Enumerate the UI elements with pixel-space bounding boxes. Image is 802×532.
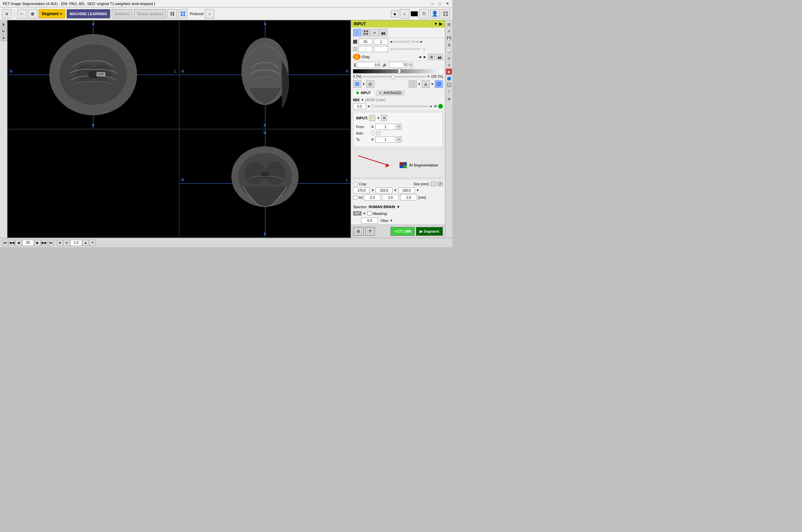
crop-int-2[interactable]	[382, 194, 399, 201]
masking-value-input[interactable]	[361, 217, 378, 224]
dropdown-small-1[interactable]: ▼	[362, 82, 365, 86]
crop-x-dropdown[interactable]: ▼	[371, 189, 374, 192]
tab-averaged[interactable]: AVERAGED	[376, 90, 405, 96]
slice-input-3[interactable]	[359, 46, 373, 52]
circle-icon[interactable]: ●	[391, 10, 399, 18]
viewport-pane-1[interactable]: A R L P EMP	[7, 20, 179, 129]
crop-y-dropdown[interactable]: ▼	[394, 189, 397, 192]
right-icon-6[interactable]: ⊕	[446, 55, 452, 61]
snapshot-view-btn[interactable]: 📷	[379, 29, 387, 36]
crop-y-input[interactable]	[376, 187, 393, 193]
color-snapshot-btn[interactable]: 📷	[436, 54, 443, 60]
settings-btn[interactable]: ⚙	[353, 227, 364, 236]
secondary-slider-track[interactable]	[393, 49, 420, 50]
right-icon-10[interactable]: ✓	[446, 82, 452, 88]
back-button[interactable]: ←	[17, 9, 26, 19]
crop-int-checkbox[interactable]	[353, 195, 358, 200]
nav-next-btn[interactable]: ▶	[35, 240, 41, 246]
zoom-up-btn[interactable]: ▲	[83, 240, 89, 246]
crop-size-btn[interactable]	[431, 182, 436, 186]
mix-slider-track[interactable]	[371, 106, 429, 107]
inp-btn[interactable]: INP	[353, 211, 362, 215]
right-icon-9[interactable]: 🔵	[446, 75, 452, 81]
sidebar-btn-3[interactable]: ⊕	[1, 35, 7, 41]
mix-left-arrow[interactable]: ◄	[367, 104, 370, 108]
to-spin-up[interactable]: +	[397, 136, 401, 142]
gradient-handle[interactable]	[398, 69, 401, 73]
zoom-in-btn[interactable]: ⊕	[57, 240, 63, 246]
close-icon-small[interactable]: ✕	[427, 75, 430, 78]
crop-reset-btn[interactable]: ↺	[438, 182, 443, 186]
right-icon-1[interactable]: ⊞	[446, 21, 452, 27]
slice-input-4[interactable]	[374, 46, 388, 52]
input-folder-btn[interactable]: 📁	[369, 115, 375, 121]
sidebar-btn-1[interactable]: 🖥	[1, 21, 7, 27]
user-icon[interactable]: 👤	[430, 9, 439, 19]
view-icon[interactable]	[178, 9, 188, 19]
from-spin-up[interactable]: +	[397, 124, 401, 130]
grid2-icon[interactable]	[441, 9, 450, 19]
mix-right-arrow[interactable]: ►	[430, 104, 433, 108]
machine-learning-button[interactable]: MACHINE LEARNING	[66, 9, 110, 19]
crop-x-input[interactable]	[353, 187, 370, 193]
sidebar-btn-2[interactable]: M	[1, 28, 7, 34]
nav-next-next-btn[interactable]: ▶▶	[41, 240, 47, 246]
nav-prev-btn[interactable]: ◀	[16, 240, 21, 246]
ct-mr-btn[interactable]: + CT | MR	[390, 227, 415, 236]
header-dropdown-icon[interactable]: ▼	[434, 21, 438, 26]
percent-slider[interactable]	[363, 76, 426, 77]
input-dropdown-arrow[interactable]: ▼	[377, 116, 380, 120]
toggle-btn-3[interactable]	[408, 80, 417, 88]
segment-button[interactable]: Segment »	[39, 9, 65, 19]
percent-handle[interactable]	[391, 75, 395, 79]
viewport-pane-3[interactable]	[7, 129, 179, 238]
from-close-icon[interactable]: ✕	[371, 125, 374, 129]
main-slider-thumb[interactable]	[409, 40, 412, 43]
crop-z-input[interactable]	[398, 187, 415, 193]
nav-last-btn[interactable]: ⏭	[48, 240, 54, 246]
right-icon-2[interactable]: ✕	[446, 28, 452, 34]
species-dropdown-arrow[interactable]: ▼	[397, 205, 400, 209]
zoom-out-btn[interactable]: ⊖	[63, 240, 70, 246]
right-icon-8[interactable]: ■	[446, 69, 452, 75]
right-icon-4[interactable]: 🖥	[446, 42, 452, 48]
toggle-btn-5[interactable]	[435, 80, 443, 88]
color-next-arrow[interactable]: ►	[423, 55, 427, 59]
close-button[interactable]: ✕	[445, 1, 450, 6]
right-icon-contrast[interactable]: ◑	[446, 95, 452, 101]
from-input[interactable]	[375, 124, 396, 130]
single-view-btn[interactable]: □	[353, 29, 361, 36]
slider-left-arrow[interactable]: ◄	[389, 40, 393, 43]
zoom-value-input[interactable]	[70, 240, 82, 246]
mix-value-input[interactable]	[353, 103, 366, 109]
tab-input[interactable]: INPUT	[353, 90, 374, 96]
mosaic-view-btn[interactable]: ≡	[370, 29, 379, 36]
max-intensity-input[interactable]	[389, 62, 413, 68]
right-icon-5[interactable]: 📊	[446, 49, 452, 55]
crop-int-1[interactable]	[364, 194, 381, 201]
mix-close-btn[interactable]: ✕	[434, 104, 437, 109]
header-expand-icon[interactable]: ▶	[439, 21, 442, 26]
toggle-btn-2[interactable]: ⊙	[366, 80, 374, 88]
right-icon-3[interactable]: 💾	[446, 35, 452, 41]
zoom-close-btn[interactable]: ✕	[90, 240, 95, 246]
toggle-btn-1[interactable]	[353, 80, 361, 88]
chevron-right2-icon[interactable]: ›	[400, 9, 409, 19]
to-close-icon[interactable]: ✕	[371, 137, 374, 142]
aver-checkbox[interactable]	[376, 131, 380, 135]
aver-radio[interactable]	[371, 131, 375, 135]
segment-run-btn[interactable]: ▶ Segment	[416, 227, 443, 236]
min-intensity-input[interactable]	[357, 62, 380, 68]
main-slider-track[interactable]	[393, 41, 420, 42]
masking-method-arrow[interactable]: ▼	[390, 219, 393, 222]
nav-prev-prev-btn[interactable]: ◀◀	[9, 240, 15, 246]
forward-button[interactable]: ⊕	[28, 9, 37, 19]
maximize-button[interactable]: □	[438, 1, 442, 6]
inp-dropdown-small[interactable]: ▼	[363, 212, 366, 215]
toggle-btn-4[interactable]	[422, 80, 430, 88]
color-expand-btn[interactable]: ⊞	[428, 54, 435, 60]
mix-apply-btn[interactable]	[438, 104, 443, 109]
color-prev-arrow[interactable]: ◄	[418, 55, 422, 59]
statistics-button[interactable]: Statistics	[112, 9, 133, 19]
mix-slider-thumb[interactable]	[371, 104, 375, 108]
